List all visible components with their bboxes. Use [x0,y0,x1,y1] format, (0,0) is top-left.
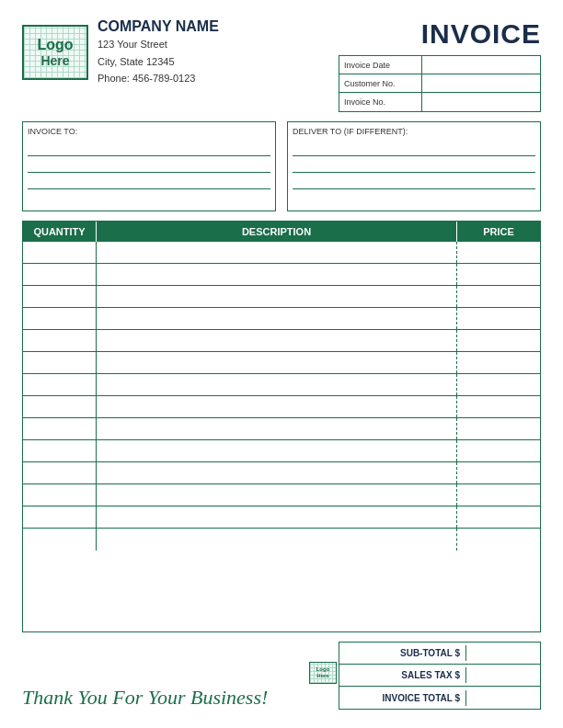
cell-price-12[interactable] [457,484,540,506]
invoice-fields: Invoice Date Customer No. Invoice No. [339,55,541,112]
invoice-date-label: Invoice Date [339,56,422,74]
company-name: COMPANY NAME [98,18,219,35]
sales-tax-row: SALES TAX $ [339,665,540,687]
table-row [23,396,540,418]
cell-qty-9[interactable] [23,418,97,439]
deliver-to-line2[interactable] [293,156,535,173]
cell-qty-5[interactable] [23,330,97,351]
deliver-to-label: DELIVER TO (If Different): [293,127,535,136]
thank-you-text: Thank You For Your Business! [22,686,268,710]
cell-desc-11[interactable] [97,462,457,483]
company-info: COMPANY NAME 123 Your Street City, State… [98,18,219,86]
cell-price-5[interactable] [457,330,540,351]
customer-no-row: Customer No. [339,74,540,93]
cell-desc-2[interactable] [97,264,457,285]
table-header: QUANTITY DESCRIPTION PRICE [23,222,540,242]
logo-word1: Logo [37,37,73,53]
cell-desc-10[interactable] [97,440,457,461]
deliver-to-line4[interactable] [293,189,535,206]
invoice-to-lines [28,140,270,206]
cell-qty-1[interactable] [23,242,97,263]
cell-qty-13[interactable] [23,506,97,528]
table-row [23,308,540,330]
cell-price-8[interactable] [457,396,540,417]
cell-desc-5[interactable] [97,330,457,351]
small-logo-text: LogoHere [310,663,336,679]
cell-price-6[interactable] [457,352,540,373]
cell-qty-6[interactable] [23,352,97,373]
deliver-to-line3[interactable] [293,173,535,189]
table-row [23,286,540,308]
logo-box: Logo Here [22,25,88,80]
cell-desc-12[interactable] [97,484,457,506]
invoice-date-row: Invoice Date [339,56,540,74]
cell-price-13[interactable] [457,506,540,528]
table-row [23,242,540,264]
cell-price-14[interactable] [457,529,540,551]
invoice-to-box: INVOICE TO: [22,121,276,211]
invoice-to-line2[interactable] [28,156,270,173]
cell-desc-1[interactable] [97,242,457,263]
cell-price-1[interactable] [457,242,540,263]
sub-total-label: SUB-TOTAL $ [339,645,466,661]
cell-qty-8[interactable] [23,396,97,417]
cell-desc-3[interactable] [97,286,457,307]
sales-tax-label: SALES TAX $ [339,667,466,683]
table-row [23,484,540,506]
deliver-to-lines [293,140,535,206]
cell-price-3[interactable] [457,286,540,307]
invoice-to-line4[interactable] [28,189,270,206]
header-description: DESCRIPTION [97,222,457,242]
cell-desc-7[interactable] [97,374,457,395]
invoice-total-label: INVOICE TOTAL $ [339,690,466,706]
cell-price-10[interactable] [457,440,540,461]
cell-desc-6[interactable] [97,352,457,373]
cell-desc-8[interactable] [97,396,457,417]
cell-desc-4[interactable] [97,308,457,329]
invoice-no-label: Invoice No. [339,93,422,111]
cell-price-9[interactable] [457,418,540,439]
cell-qty-10[interactable] [23,440,97,461]
cell-desc-14[interactable] [97,529,457,551]
table-row [23,330,540,352]
logo-word2: Here [37,53,73,68]
sales-tax-value[interactable] [466,673,540,678]
cell-price-2[interactable] [457,264,540,285]
header-right: INVOICE Invoice Date Customer No. Invoic… [339,18,541,112]
cell-qty-7[interactable] [23,374,97,395]
cell-desc-13[interactable] [97,506,457,528]
cell-qty-14[interactable] [23,529,97,551]
cell-desc-9[interactable] [97,418,457,439]
invoice-no-row: Invoice No. [339,93,540,111]
cell-qty-2[interactable] [23,264,97,285]
customer-no-value[interactable] [422,74,540,92]
table-row [23,462,540,484]
logo-text: Logo Here [37,37,73,68]
invoice-date-value[interactable] [422,56,540,74]
cell-qty-12[interactable] [23,484,97,506]
invoice-title: INVOICE [421,18,541,50]
footer: Thank You For Your Business! LogoHere SU… [22,642,541,710]
table-row [23,440,540,462]
cell-price-11[interactable] [457,462,540,483]
invoice-to-line3[interactable] [28,173,270,189]
items-table: QUANTITY DESCRIPTION PRICE [22,221,541,632]
small-logo: LogoHere [309,662,337,684]
invoice-total-value[interactable] [466,695,540,700]
header-quantity: QUANTITY [23,222,97,242]
invoice-no-value[interactable] [422,93,540,111]
invoice-total-row: INVOICE TOTAL $ [339,687,540,709]
cell-qty-3[interactable] [23,286,97,307]
company-phone: Phone: 456-789-0123 [98,71,219,86]
invoice-to-line1[interactable] [28,140,270,156]
company-citystate: City, State 12345 [98,54,219,70]
cell-price-7[interactable] [457,374,540,395]
cell-price-4[interactable] [457,308,540,329]
invoice-to-label: INVOICE TO: [28,127,270,136]
sub-total-value[interactable] [466,651,540,656]
deliver-to-line1[interactable] [293,140,535,156]
small-logo-inner: LogoHere [309,662,337,684]
cell-qty-11[interactable] [23,462,97,483]
cell-qty-4[interactable] [23,308,97,329]
table-row [23,418,540,440]
